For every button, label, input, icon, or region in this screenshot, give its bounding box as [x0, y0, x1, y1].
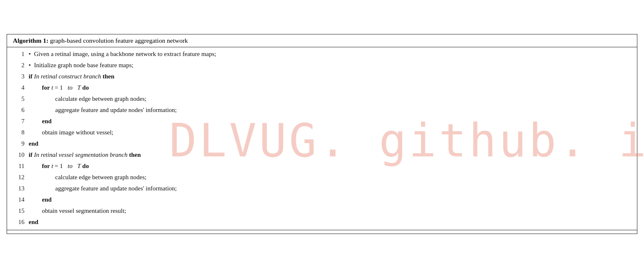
text-in-3: In retinal construct branch — [34, 73, 102, 80]
kw-then-3: then — [102, 73, 114, 80]
line-8: 8 obtain image without vessel; — [7, 127, 637, 139]
line-11: 11 for t = 1 to T do — [7, 161, 637, 172]
line-content-4: for t = 1 to T do — [42, 83, 89, 93]
text-t-4: t = 1 to T — [51, 84, 82, 91]
kw-end-16: end — [29, 219, 38, 225]
line-content-7: end — [42, 116, 51, 127]
line-7: 7 end — [7, 116, 637, 127]
line-13: 13 aggregate feature and update nodes' i… — [7, 183, 637, 195]
algorithm-label: Algorithm 1: — [13, 37, 49, 44]
kw-if-3: if — [29, 73, 32, 80]
kw-for-11: for — [42, 163, 50, 169]
line-num-16: 16 — [13, 217, 24, 228]
bottom-border — [7, 230, 637, 230]
algorithm-title: graph-based convolution feature aggregat… — [49, 37, 188, 44]
line-16: 16 end — [7, 217, 637, 228]
line-content-3: if In retinal construct branch then — [29, 71, 115, 82]
line-content-6: aggregate feature and update nodes' info… — [55, 105, 177, 116]
line-num-7: 7 — [13, 116, 24, 127]
text-in-10: In retinal vessel segmentation branch — [34, 151, 129, 158]
line-9: 9 end — [7, 139, 637, 150]
line-num-3: 3 — [13, 71, 24, 82]
bullet-1: • — [29, 51, 31, 57]
algorithm-box: Algorithm 1: graph-based convolution fea… — [7, 34, 637, 234]
line-2: 2 • Initialize graph node base feature m… — [7, 60, 637, 71]
line-10: 10 if In retinal vessel segmentation bra… — [7, 150, 637, 161]
algorithm-content: DLVUG. github. io 1 • Given a retinal im… — [7, 47, 637, 234]
line-num-10: 10 — [13, 150, 24, 161]
kw-end-7: end — [42, 118, 51, 124]
line-num-11: 11 — [13, 161, 24, 172]
line-content-16: end — [29, 217, 38, 228]
line-6: 6 aggregate feature and update nodes' in… — [7, 105, 637, 116]
line-num-9: 9 — [13, 139, 24, 149]
line-content-2: • Initialize graph node base feature map… — [29, 60, 134, 71]
line-15: 15 obtain vessel segmentation result; — [7, 206, 637, 217]
kw-do-11: do — [82, 163, 89, 169]
kw-if-10: if — [29, 151, 32, 158]
line-content-11: for t = 1 to T do — [42, 161, 89, 172]
line-num-8: 8 — [13, 127, 24, 138]
line-num-1: 1 — [13, 49, 24, 60]
line-4: 4 for t = 1 to T do — [7, 83, 637, 94]
line-content-9: end — [29, 139, 38, 149]
line-content-14: end — [42, 195, 51, 205]
line-content-12: calculate edge between graph nodes; — [55, 172, 146, 183]
kw-do-4: do — [82, 84, 89, 91]
bullet-2: • — [29, 62, 31, 68]
line-num-14: 14 — [13, 195, 24, 205]
line-content-1: • Given a retinal image, using a backbon… — [29, 49, 216, 60]
algorithm-header: Algorithm 1: graph-based convolution fea… — [7, 34, 637, 47]
text-t-11: t = 1 to T — [51, 163, 82, 169]
line-num-13: 13 — [13, 183, 24, 194]
line-num-2: 2 — [13, 60, 24, 71]
line-5: 5 calculate edge between graph nodes; — [7, 94, 637, 105]
line-content-8: obtain image without vessel; — [42, 127, 113, 138]
line-num-4: 4 — [13, 83, 24, 93]
line-content-10: if In retinal vessel segmentation branch… — [29, 150, 141, 161]
line-1: 1 • Given a retinal image, using a backb… — [7, 49, 637, 60]
kw-end-14: end — [42, 196, 51, 203]
kw-end-9: end — [29, 140, 38, 147]
line-content-13: aggregate feature and update nodes' info… — [55, 183, 177, 194]
line-num-15: 15 — [13, 206, 24, 217]
line-content-15: obtain vessel segmentation result; — [42, 206, 126, 217]
line-12: 12 calculate edge between graph nodes; — [7, 172, 637, 183]
line-3: 3 if In retinal construct branch then — [7, 71, 637, 83]
line-num-6: 6 — [13, 105, 24, 116]
kw-for-4: for — [42, 84, 50, 91]
line-num-12: 12 — [13, 172, 24, 183]
line-content-5: calculate edge between graph nodes; — [55, 94, 146, 105]
line-14: 14 end — [7, 195, 637, 206]
line-num-5: 5 — [13, 94, 24, 105]
kw-then-10: then — [129, 151, 141, 158]
